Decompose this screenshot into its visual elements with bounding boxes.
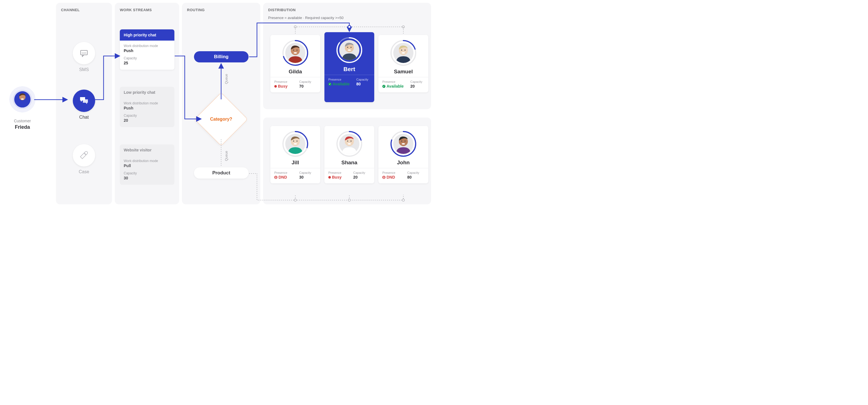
- agent-avatar: [393, 134, 413, 154]
- svg-point-9: [293, 50, 294, 51]
- svg-point-26: [293, 143, 297, 145]
- svg-point-20: [402, 52, 405, 54]
- ws-cap-value: 25: [124, 61, 170, 65]
- ws-cap-label: Capacity: [124, 171, 170, 175]
- svg-text:SMS: SMS: [82, 52, 86, 54]
- svg-point-33: [347, 141, 348, 142]
- capacity-label: Capacity: [299, 171, 317, 175]
- channel-sms-label: SMS: [67, 67, 101, 72]
- presence-label: Presence: [328, 171, 346, 175]
- agent-card-bert: Bert Presence ✓Available Capacity 80: [324, 32, 374, 102]
- ws-cap-value: 30: [124, 176, 170, 180]
- queue-label-top: Queue: [224, 74, 228, 84]
- capacity-label: Capacity: [353, 171, 371, 175]
- presence-label: Presence: [274, 80, 292, 84]
- capacity-label: Capacity: [410, 80, 426, 84]
- customer-avatar: [14, 91, 31, 107]
- routing-pill-billing: Billing: [194, 51, 249, 62]
- svg-point-34: [350, 141, 351, 142]
- agent-avatar-ring: [282, 130, 309, 157]
- workstream-title: High priority chat: [120, 29, 175, 40]
- svg-point-2: [21, 98, 24, 100]
- capacity-value: 80: [407, 175, 426, 179]
- workstream-card-low-priority: Low priority chat Work distribution mode…: [120, 87, 175, 127]
- ws-cap-value: 20: [124, 118, 170, 123]
- ws-mode-value: Push: [124, 106, 170, 110]
- capacity-label: Capacity: [299, 80, 317, 84]
- ws-mode-value: Pull: [124, 163, 170, 168]
- svg-point-22: [404, 50, 406, 51]
- agent-name: Jill: [270, 159, 320, 166]
- agent-avatar: [393, 43, 413, 63]
- workstream-card-high-priority: High priority chat Work distribution mod…: [120, 29, 175, 70]
- agent-name: Bert: [324, 66, 374, 72]
- presence-value: ✓Available: [328, 82, 350, 86]
- channel-case-label: Case: [67, 169, 101, 175]
- customer-avatar-ring: [7, 84, 38, 115]
- workstream-title: Low priority chat: [120, 87, 175, 98]
- person-icon: [14, 91, 31, 107]
- agent-avatar: [339, 134, 360, 154]
- agent-card-gilda: Gilda Presence Busy Capacity 70: [270, 35, 320, 92]
- svg-point-40: [404, 141, 406, 142]
- ws-mode-label: Work distribution mode: [124, 159, 170, 163]
- svg-point-27: [293, 141, 294, 142]
- agent-name: Shana: [324, 159, 374, 166]
- agent-avatar: [285, 43, 305, 63]
- agent-name: Gilda: [270, 69, 320, 75]
- presence-label: Presence: [382, 171, 401, 175]
- distribution-rule-text: Presence = available · Required capacity…: [268, 16, 343, 20]
- column-title-routing: ROUTING: [187, 8, 205, 12]
- agent-name: John: [378, 159, 428, 166]
- capacity-value: 20: [410, 84, 426, 88]
- queue-label-bottom: Queue: [224, 151, 228, 161]
- presence-value: DND: [382, 175, 401, 179]
- chat-icon: [73, 90, 95, 112]
- agent-avatar-ring: [282, 39, 309, 66]
- svg-point-14: [348, 50, 351, 51]
- presence-label: Presence: [274, 171, 292, 175]
- presence-value: Busy: [274, 84, 292, 88]
- routing-decision-label: Category?: [202, 100, 240, 138]
- workstream-card-website-visitor: Website visitor Work distribution mode P…: [120, 145, 175, 185]
- svg-point-32: [348, 143, 351, 145]
- presence-label: Presence: [328, 78, 350, 81]
- column-title-workstreams: WORK STREAMS: [120, 8, 152, 12]
- presence-value: ✓Available: [382, 84, 404, 88]
- capacity-label: Capacity: [407, 171, 426, 175]
- sms-icon: SMS: [73, 42, 95, 64]
- agent-card-shana: Shana Presence Busy Capacity 20: [324, 126, 374, 183]
- svg-point-8: [293, 52, 297, 54]
- agent-avatar-ring: [390, 130, 417, 157]
- customer-label: Customer: [3, 119, 42, 123]
- agent-card-jill: Jill Presence DND Capacity 30: [270, 126, 320, 183]
- agent-avatar: [285, 134, 305, 154]
- ws-mode-label: Work distribution mode: [124, 101, 170, 105]
- agent-avatar-ring: [336, 130, 363, 157]
- workstream-title: Website visitor: [120, 145, 175, 156]
- customer-name: Frieda: [3, 124, 42, 130]
- svg-point-28: [297, 141, 298, 142]
- svg-point-39: [401, 141, 402, 142]
- agent-card-john: John Presence DND Capacity 80: [378, 126, 428, 183]
- ws-cap-label: Capacity: [124, 114, 170, 118]
- svg-point-38: [402, 143, 405, 145]
- svg-point-16: [350, 47, 351, 48]
- column-title-channel: CHANNEL: [61, 8, 80, 12]
- capacity-value: 20: [353, 175, 371, 179]
- channel-sms: SMS SMS: [67, 42, 101, 72]
- ws-cap-label: Capacity: [124, 56, 170, 60]
- channel-chat: Chat: [67, 90, 101, 120]
- presence-label: Presence: [382, 80, 404, 84]
- case-icon: [73, 144, 95, 166]
- capacity-value: 80: [356, 82, 371, 86]
- capacity-value: 70: [299, 84, 317, 88]
- routing-decision-diamond: Category?: [202, 100, 240, 138]
- channel-chat-label: Chat: [67, 115, 101, 120]
- svg-point-10: [297, 50, 298, 51]
- routing-pill-product: Product: [194, 167, 249, 179]
- agent-avatar-ring: [390, 39, 417, 66]
- ws-mode-label: Work distribution mode: [124, 44, 170, 48]
- agent-card-samuel: Samuel Presence ✓Available Capacity 20: [378, 35, 428, 92]
- presence-value: Busy: [328, 175, 346, 179]
